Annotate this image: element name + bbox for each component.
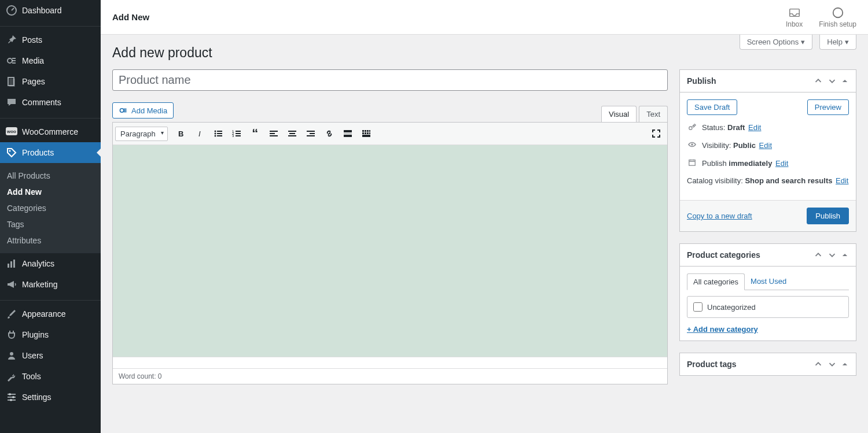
- editor-tab-text[interactable]: Text: [639, 106, 668, 122]
- toggle-panel-button[interactable]: [841, 251, 849, 259]
- screen-options-button[interactable]: Screen Options ▾: [740, 35, 813, 50]
- inbox-label: Inbox: [786, 20, 803, 28]
- sidebar-item-analytics[interactable]: Analytics: [0, 253, 101, 274]
- sidebar-item-users[interactable]: Users: [0, 345, 101, 366]
- submenu-attributes[interactable]: Attributes: [0, 232, 101, 249]
- sidebar-label: Dashboard: [22, 6, 62, 15]
- submenu-all-products[interactable]: All Products: [0, 168, 101, 184]
- submenu-add-new[interactable]: Add New: [0, 184, 101, 200]
- comments-icon: [6, 97, 17, 108]
- svg-rect-44: [369, 130, 370, 132]
- tab-all-categories[interactable]: All categories: [687, 273, 745, 290]
- svg-rect-29: [270, 131, 278, 132]
- svg-rect-46: [365, 132, 366, 134]
- move-up-button[interactable]: [813, 359, 823, 369]
- add-new-category-link[interactable]: + Add new category: [687, 325, 758, 334]
- read-more-button[interactable]: [339, 125, 356, 142]
- editor-tab-visual[interactable]: Visual: [601, 106, 637, 122]
- svg-point-19: [214, 135, 216, 137]
- svg-rect-42: [365, 130, 366, 132]
- editor-toolbar: Paragraph B I 123 “: [113, 123, 667, 145]
- editor-footer: Word count: 0: [113, 368, 667, 384]
- publish-button[interactable]: Publish: [807, 208, 849, 224]
- bullet-list-button[interactable]: [209, 125, 227, 142]
- format-select[interactable]: Paragraph: [115, 127, 168, 141]
- sidebar-item-comments[interactable]: Comments: [0, 92, 101, 113]
- tab-most-used[interactable]: Most Used: [745, 273, 792, 290]
- move-down-button[interactable]: [827, 250, 837, 260]
- plug-icon: [6, 329, 17, 341]
- italic-button[interactable]: I: [191, 125, 208, 142]
- sidebar-item-pages[interactable]: Pages: [0, 71, 101, 92]
- numbered-list-button[interactable]: 123: [228, 125, 245, 142]
- main-area: Add New Inbox Finish setup Screen Option…: [101, 0, 868, 396]
- category-checkbox[interactable]: [693, 302, 703, 312]
- move-down-button[interactable]: [827, 359, 837, 369]
- edit-catalog-link[interactable]: Edit: [836, 176, 848, 185]
- sidebar-item-tools[interactable]: Tools: [0, 366, 101, 387]
- svg-rect-20: [217, 131, 222, 132]
- help-button[interactable]: Help ▾: [819, 35, 856, 50]
- sliders-icon: [6, 391, 17, 403]
- sidebar-item-dashboard[interactable]: Dashboard: [0, 0, 101, 21]
- svg-rect-31: [270, 135, 278, 136]
- move-down-button[interactable]: [827, 76, 837, 86]
- blockquote-button[interactable]: “: [247, 125, 264, 142]
- edit-visibility-link[interactable]: Edit: [759, 141, 772, 150]
- sidebar-item-appearance[interactable]: Appearance: [0, 304, 101, 324]
- edit-status-link[interactable]: Edit: [748, 123, 761, 132]
- sidebar-label: Users: [22, 351, 43, 360]
- submenu-categories[interactable]: Categories: [0, 200, 101, 216]
- inbox-icon: [788, 6, 801, 19]
- align-right-button[interactable]: [302, 125, 319, 142]
- bold-button[interactable]: B: [172, 125, 190, 142]
- publish-title: Publish: [687, 76, 810, 86]
- sidebar-item-settings[interactable]: Settings: [0, 387, 101, 408]
- sidebar-item-woocommerce[interactable]: woo WooCommerce: [0, 121, 101, 142]
- align-left-button[interactable]: [265, 125, 282, 142]
- add-media-button[interactable]: Add Media: [112, 102, 174, 119]
- move-up-button[interactable]: [813, 250, 823, 260]
- sidebar-separator: [0, 116, 101, 119]
- copy-draft-link[interactable]: Copy to a new draft: [687, 212, 752, 220]
- toggle-panel-button[interactable]: [841, 360, 849, 368]
- svg-rect-39: [344, 134, 352, 134]
- inbox-button[interactable]: Inbox: [786, 6, 803, 28]
- finish-setup-button[interactable]: Finish setup: [819, 6, 856, 28]
- toolbar-toggle-button[interactable]: [358, 125, 375, 142]
- fullscreen-button[interactable]: [648, 125, 665, 142]
- sidebar-item-plugins[interactable]: Plugins: [0, 324, 101, 345]
- sidebar-item-media[interactable]: Media: [0, 50, 101, 71]
- page-title-small: Add New: [112, 12, 149, 22]
- editor-canvas[interactable]: [113, 145, 667, 357]
- category-item-uncategorized[interactable]: Uncategorized: [693, 302, 843, 312]
- svg-point-6: [9, 150, 11, 152]
- svg-rect-3: [9, 79, 15, 87]
- product-title-input[interactable]: [112, 69, 668, 91]
- users-icon: [6, 350, 17, 361]
- submenu-tags[interactable]: Tags: [0, 216, 101, 232]
- dashboard-icon: [6, 5, 17, 16]
- svg-rect-37: [307, 135, 315, 136]
- sidebar-label: WooCommerce: [22, 127, 78, 136]
- preview-button[interactable]: Preview: [807, 99, 849, 115]
- sidebar-item-products[interactable]: Products: [0, 142, 101, 163]
- tags-title: Product tags: [687, 360, 810, 369]
- svg-point-12: [12, 396, 14, 398]
- save-draft-button[interactable]: Save Draft: [687, 99, 737, 115]
- edit-schedule-link[interactable]: Edit: [775, 159, 788, 168]
- sidebar-label: Tools: [22, 372, 41, 381]
- word-count-value: 0: [158, 372, 162, 380]
- svg-rect-28: [236, 135, 241, 136]
- move-up-button[interactable]: [813, 76, 823, 86]
- link-button[interactable]: [321, 125, 338, 142]
- align-center-button[interactable]: [284, 125, 301, 142]
- categories-title: Product categories: [687, 250, 810, 260]
- svg-rect-48: [369, 132, 370, 134]
- svg-rect-8: [10, 261, 12, 268]
- svg-text:3: 3: [232, 134, 234, 138]
- sidebar-item-marketing[interactable]: Marketing: [0, 274, 101, 295]
- side-column: Publish Save Draft Preview Status: Draft…: [679, 69, 856, 376]
- sidebar-item-posts[interactable]: Posts: [0, 29, 101, 50]
- toggle-panel-button[interactable]: [841, 77, 849, 85]
